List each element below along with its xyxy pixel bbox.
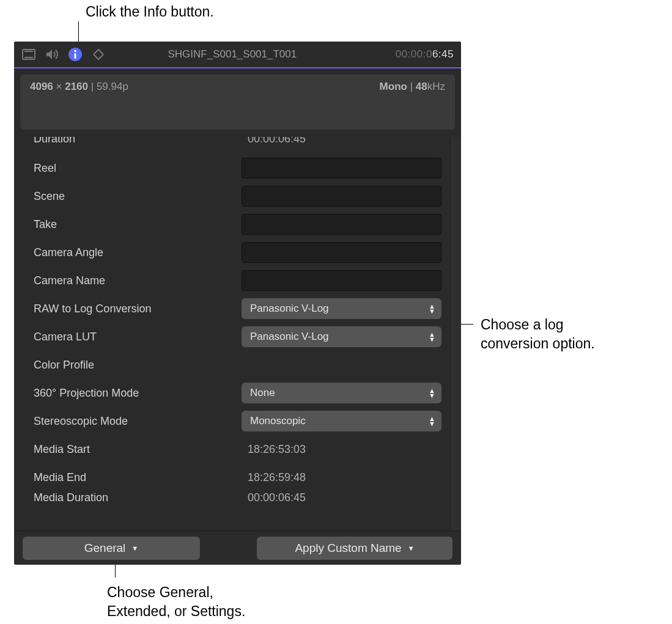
svg-rect-2 [24,57,33,58]
chevron-down-icon: ▼ [131,546,138,551]
row-reel: Reel [34,154,446,182]
row-duration: Duration 00:00:06:45 [34,137,446,154]
audio-rate: 48 [416,81,427,92]
label-media-start: Media Start [34,443,242,456]
input-scene[interactable] [242,186,441,207]
callout-text: Choose General, [107,584,213,600]
scrollbar-track[interactable] [450,137,461,530]
popup-value: None [250,387,275,399]
svg-rect-1 [24,51,33,52]
clip-summary: 4096 × 2160 | 59.94p Mono | 48kHz [20,75,455,130]
value-media-duration: 00:00:06:45 [242,491,306,504]
audio-inspector-icon[interactable] [45,47,59,62]
row-take: Take [34,210,446,238]
row-camera-name: Camera Name [34,266,446,295]
callout-text: Choose a log [481,317,564,332]
label-camera-name: Camera Name [34,274,242,287]
row-stereoscopic: Stereoscopic Mode Monoscopic ▲▼ [34,407,446,435]
video-inspector-icon[interactable] [21,47,36,62]
label-camera-lut: Camera LUT [34,331,242,343]
popup-stereoscopic[interactable]: Monoscopic ▲▼ [242,411,441,431]
label-media-duration: Media Duration [34,491,242,504]
timecode-bright: 6:45 [432,48,454,60]
label-reel: Reel [34,162,242,175]
popup-camera-lut[interactable]: Panasonic V-Log ▲▼ [242,326,441,347]
label-scene: Scene [34,190,242,203]
label-camera-angle: Camera Angle [34,246,242,259]
popup-value: Panasonic V-Log [250,303,329,315]
chevron-updown-icon: ▲▼ [429,332,435,342]
summary-audio: Mono | 48kHz [380,81,445,93]
input-camera-name[interactable] [242,270,441,291]
label-projection: 360° Projection Mode [34,387,242,400]
share-inspector-icon[interactable] [91,47,106,62]
chevron-down-icon: ▼ [408,546,415,551]
info-fields: Duration 00:00:06:45 Reel Scene Take Cam… [14,137,461,530]
callout-text: Extended, or Settings. [107,603,245,619]
label-media-end: Media End [34,471,242,484]
res-width: 4096 [30,81,53,92]
svg-rect-4 [75,53,76,59]
chevron-updown-icon: ▲▼ [429,388,435,398]
row-media-duration: Media Duration 00:00:06:45 [34,491,446,506]
row-color-profile: Color Profile [34,351,446,379]
label-duration: Duration [34,137,242,145]
label-raw-log: RAW to Log Conversion [34,303,242,315]
svg-point-5 [74,50,76,53]
input-reel[interactable] [242,158,441,178]
inspector-toolbar: SHGINF_S001_S001_T001 00:00:06:45 [14,42,461,68]
timecode-dim: 00:00:0 [396,48,432,60]
row-camera-lut: Camera LUT Panasonic V-Log ▲▼ [34,323,446,351]
button-label: Apply Custom Name [295,541,401,555]
popup-value: Panasonic V-Log [250,331,329,343]
callout-text: conversion option. [481,336,595,351]
row-scene: Scene [34,182,446,210]
popup-raw-log[interactable]: Panasonic V-Log ▲▼ [242,298,441,319]
audio-channels: Mono [380,81,407,92]
input-take[interactable] [242,214,441,235]
row-media-start: Media Start 18:26:53:03 [34,435,446,463]
popup-projection[interactable]: None ▲▼ [242,383,441,403]
fps: 59.94p [97,81,128,92]
timecode-display: 00:00:06:45 [396,48,454,61]
callout-text: Click the Info button. [86,4,214,20]
row-media-end: Media End 18:26:59:48 [34,463,446,491]
label-stereoscopic: Stereoscopic Mode [34,415,242,428]
label-color-profile: Color Profile [34,359,242,372]
callout-info: Click the Info button. [86,2,214,21]
label-take: Take [34,218,242,231]
inspector-panel: SHGINF_S001_S001_T001 00:00:06:45 4096 ×… [14,42,461,565]
button-label: General [84,541,126,555]
clip-name: SHGINF_S001_S001_T001 [78,48,387,61]
audio-unit: kHz [427,81,445,92]
value-duration: 00:00:06:45 [242,137,306,145]
metadata-view-popup[interactable]: General ▼ [23,537,200,560]
inspector-footer: General ▼ Apply Custom Name ▼ [14,530,461,565]
row-camera-angle: Camera Angle [34,238,446,266]
input-camera-angle[interactable] [242,242,441,263]
callout-view: Choose General, Extended, or Settings. [107,583,245,621]
summary-video: 4096 × 2160 | 59.94p [30,81,128,93]
callout-log: Choose a log conversion option. [481,315,595,353]
row-projection: 360° Projection Mode None ▲▼ [34,379,446,407]
chevron-updown-icon: ▲▼ [429,416,435,426]
row-raw-log: RAW to Log Conversion Panasonic V-Log ▲▼ [34,295,446,323]
popup-value: Monoscopic [250,415,306,427]
value-media-end: 18:26:59:48 [242,471,306,484]
value-media-start: 18:26:53:03 [242,443,306,456]
apply-custom-name-popup[interactable]: Apply Custom Name ▼ [257,537,452,560]
chevron-updown-icon: ▲▼ [429,304,435,314]
res-height: 2160 [65,81,88,92]
